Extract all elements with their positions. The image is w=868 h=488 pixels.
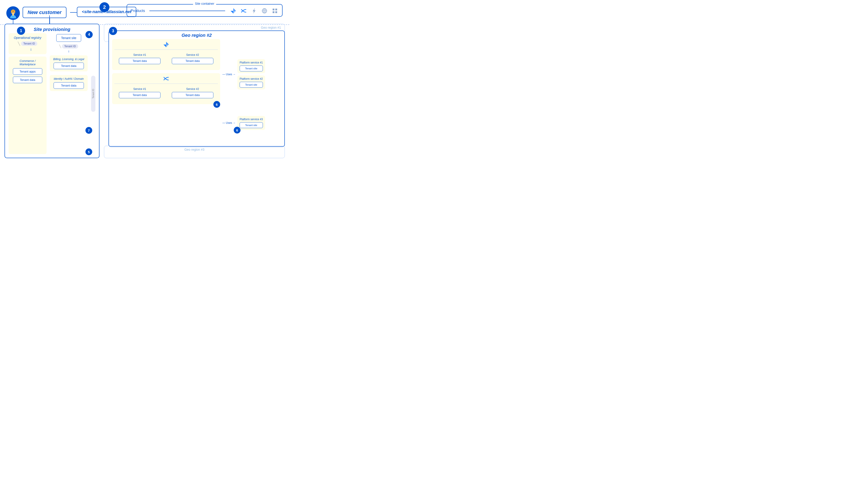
platform-2-site: Tenant site <box>240 82 263 88</box>
svg-rect-15 <box>275 8 277 10</box>
conf-tenant-data-2: Tenant data <box>172 92 213 98</box>
diagram-container: 1 New customer 2 <site-name>.atlassian.n… <box>0 0 289 163</box>
badge-1: 1 <box>17 27 25 35</box>
op-registry-label: Operational registry <box>11 36 44 39</box>
platform-2-box: Platform service #2 Tenant site <box>237 75 265 90</box>
billing-box: Billing, Licensing, & Legal Tenant data … <box>50 55 88 71</box>
left-col: Operational registry ╲ Tenant ID ↓ Comm <box>8 33 46 154</box>
main-panels: Site provisioning Operational registry ╲… <box>4 24 285 158</box>
badge-2: 2 <box>99 2 110 12</box>
apps-icon <box>271 7 278 14</box>
site-container: Site container Products <box>127 4 283 17</box>
tenant-id-flow-2: ╲ Tenant ID ↓ <box>50 44 88 53</box>
billing-label: Billing, Licensing, & Legal <box>52 58 86 61</box>
globe-icon <box>261 7 268 14</box>
tenant-data-2-box: Tenant data <box>54 63 84 69</box>
badge-5: 5 <box>86 149 92 155</box>
identity-box: Identity / AuthN / Domain Tenant data 5 <box>50 75 88 91</box>
tenant-apps-box: Tenant apps <box>13 68 42 75</box>
conf-service-2-col: Service #2 Tenant data <box>167 86 218 100</box>
jira-tenant-data-1: Tenant data <box>119 58 160 64</box>
confluence-icon <box>240 7 247 14</box>
jira-service-1-label: Service #1 <box>117 53 163 57</box>
product-icons <box>230 7 278 14</box>
tenant-site-box: Tenant site <box>56 34 81 42</box>
product-rows: Service #1 Tenant data Service #2 Tenant… <box>112 39 220 143</box>
tenant-id-vertical-col: Tenant ID <box>91 33 95 154</box>
platform-3-label: Platform service #3 <box>240 118 263 121</box>
badge-3: 3 <box>109 27 117 35</box>
uses-1-row: — Uses → Platform service #1 Tenant sIte… <box>222 59 265 90</box>
tenant-id-vertical-label: Tenant ID <box>91 76 95 112</box>
conf-service-1-col: Service #1 Tenant data <box>114 86 165 100</box>
geo-region-3-label: Geo region #3 <box>104 146 285 153</box>
platform-1-label: Platform service #1 <box>240 61 263 64</box>
conf-service-1-label: Service #1 <box>117 88 163 91</box>
svg-rect-14 <box>273 8 274 10</box>
commerce-label: Commerce / Marketplace <box>11 59 44 66</box>
products-line <box>149 11 225 11</box>
conf-services-row: Service #1 Tenant data Service #2 Tenant… <box>114 86 218 100</box>
geo-region-1-label: Geo region #1 <box>104 24 285 31</box>
jira-icon-header <box>114 41 218 48</box>
right-panel: Geo region #1 Geo region #2 3 <box>104 24 285 158</box>
geo-region-2-main: Geo region #2 3 <box>108 31 285 147</box>
commerce-items: Tenant apps Tenant data <box>11 68 44 83</box>
uses-2-row: — Uses → Platform service #3 Tenant site… <box>222 116 265 130</box>
tenant-data-1-box: Tenant data <box>13 76 42 83</box>
geo-region-3-box: Geo region #3 <box>104 146 285 158</box>
site-provisioning-title: Site provisioning <box>34 27 70 32</box>
commerce-box: Commerce / Marketplace Tenant apps Tenan… <box>8 57 46 154</box>
tenant-site-header: Tenant site <box>50 33 88 42</box>
badge-6a: 6 <box>213 101 220 108</box>
tenant-id-pill-1: Tenant ID <box>21 41 37 46</box>
jira-row: Service #1 Tenant data Service #2 Tenant… <box>112 39 220 70</box>
jira-service-1-col: Service #1 Tenant data <box>114 52 165 66</box>
new-customer-box: New customer <box>23 7 66 18</box>
jira-service-2-col: Service #2 Tenant data <box>167 52 218 66</box>
identity-label: Identity / AuthN / Domain <box>52 77 86 80</box>
svg-rect-16 <box>273 11 274 13</box>
platform-3-box: Platform service #3 Tenant site 6 <box>237 116 265 130</box>
jira-services-row: Service #1 Tenant data Service #2 Tenant… <box>114 52 218 66</box>
tenant-id-pill-2: Tenant ID <box>62 44 78 48</box>
conf-service-2-label: Service #2 <box>169 88 216 91</box>
tenant-data-3-box: Tenant data <box>54 82 84 89</box>
confluence-row: Service #1 Tenant data Service #2 Tenant… <box>112 73 220 104</box>
platform-3-site: Tenant site <box>240 122 263 128</box>
left-panel: Site provisioning Operational registry ╲… <box>4 24 99 158</box>
badge-6b: 6 <box>234 127 241 133</box>
platform-1-site: Tenant sIte <box>240 66 263 71</box>
jira-tenant-data-2: Tenant data <box>172 58 213 64</box>
platform-2-label: Platform service #2 <box>240 77 263 80</box>
jira-service-2-label: Service #2 <box>169 53 216 57</box>
confluence-icon-header <box>114 75 218 82</box>
geo2-content: Service #1 Tenant data Service #2 Tenant… <box>112 39 281 143</box>
svg-rect-17 <box>275 11 277 13</box>
badge-4: 4 <box>86 31 93 38</box>
conf-tenant-data-1: Tenant data <box>119 92 160 98</box>
platform-1-2: Platform service #1 Tenant sIte Platform… <box>237 59 265 90</box>
products-label: Products <box>131 9 145 13</box>
platform-1-box: Platform service #1 Tenant sIte <box>237 59 265 73</box>
tenant-id-flow-1: ╲ Tenant ID ↓ <box>11 41 44 52</box>
platform-3-wrapper: Platform service #3 Tenant site 6 <box>237 116 265 130</box>
identity-items: Tenant data <box>52 82 86 89</box>
op-registry-box: Operational registry ╲ Tenant ID ↓ <box>8 33 46 54</box>
uses-1-label: — Uses → <box>222 73 236 76</box>
jira-icon <box>230 7 237 14</box>
right-col: Tenant site 4 ╲ Tenant ID ↓ <box>50 33 88 154</box>
bolt-icon <box>250 7 258 14</box>
svg-rect-9 <box>12 14 14 15</box>
customer-avatar <box>6 6 20 20</box>
uses-2-label: — Uses → <box>222 121 236 125</box>
billing-items: Tenant data <box>52 63 86 69</box>
geo-region-2-title: Geo region #2 <box>182 33 212 38</box>
platform-col: — Uses → Platform service #1 Tenant sIte… <box>222 39 281 143</box>
site-container-label: Site container <box>193 2 216 5</box>
badge-7: 7 <box>86 127 92 134</box>
